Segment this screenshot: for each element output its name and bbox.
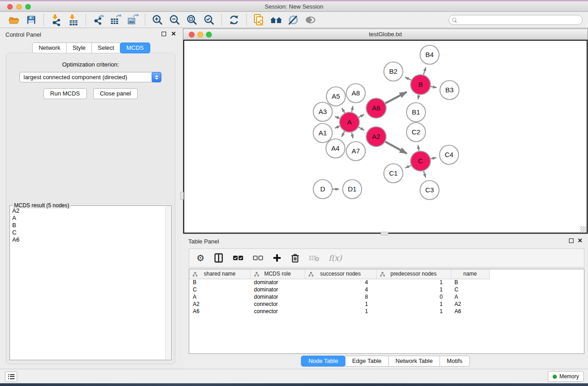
import-table-icon[interactable]: [65, 13, 82, 27]
column-header-predecessor-nodes[interactable]: predecessor nodes: [376, 269, 451, 279]
zoom-fit-icon[interactable]: [183, 13, 201, 27]
tab-network-table[interactable]: Network Table: [388, 356, 440, 367]
add-row-icon[interactable]: [272, 251, 282, 265]
edge-C-C3[interactable]: [424, 171, 425, 177]
zoom-selected-icon[interactable]: [201, 13, 218, 27]
table-cell[interactable]: A: [189, 293, 250, 300]
result-item[interactable]: A: [11, 214, 165, 222]
close-panel-icon[interactable]: ✕: [578, 238, 583, 244]
edge-C-C2[interactable]: [418, 145, 419, 151]
zoom-view-button[interactable]: [206, 32, 212, 38]
table-cell[interactable]: connector: [250, 308, 305, 315]
task-history-button[interactable]: [5, 372, 17, 382]
select-all-icon[interactable]: [233, 251, 244, 265]
table-cell[interactable]: dominator: [250, 293, 305, 300]
search-input[interactable]: [459, 16, 582, 24]
table-row[interactable]: Bdominator41B: [189, 279, 584, 286]
column-header-name[interactable]: name: [451, 269, 489, 279]
table-cell[interactable]: 8: [305, 293, 376, 300]
network-canvas[interactable]: AA1A2A3A4A5A6A7A8BB1B2B3B4CC1C2C3C4DD1: [184, 41, 587, 233]
table-row[interactable]: A2connector11A2: [189, 300, 584, 308]
minimize-window-button[interactable]: [16, 4, 22, 10]
export-table-icon[interactable]: [107, 13, 124, 27]
tab-motifs[interactable]: Motifs: [440, 356, 470, 367]
edge-A-A1[interactable]: [335, 126, 340, 128]
node-A6[interactable]: A6: [366, 98, 386, 118]
node-C1[interactable]: C1: [384, 164, 403, 183]
node-C3[interactable]: C3: [420, 181, 439, 200]
show-hide-icon[interactable]: [302, 13, 319, 27]
edge-A-A3[interactable]: [335, 117, 339, 119]
node-B2[interactable]: B2: [384, 62, 403, 81]
result-item[interactable]: A2: [11, 207, 165, 214]
node-A7[interactable]: A7: [346, 142, 365, 161]
apply-style-icon[interactable]: [285, 13, 302, 27]
mcds-result-list[interactable]: A2ABCA6: [11, 207, 165, 359]
close-view-button[interactable]: [189, 32, 195, 38]
splitter-grip-vertical[interactable]: [180, 192, 184, 200]
table-cell[interactable]: dominator: [250, 279, 305, 286]
tab-style[interactable]: Style: [66, 43, 92, 53]
import-network-icon[interactable]: [48, 13, 65, 27]
table-cell[interactable]: 4: [305, 279, 376, 286]
table-cell[interactable]: C: [451, 286, 489, 293]
edge-B-B3[interactable]: [431, 86, 437, 87]
show-column-icon[interactable]: [214, 251, 224, 265]
node-B4[interactable]: B4: [420, 45, 439, 64]
tab-network[interactable]: Network: [32, 43, 67, 53]
table-row[interactable]: Cdominator41C: [189, 286, 584, 293]
open-session-icon[interactable]: [5, 13, 23, 27]
node-A[interactable]: A: [339, 112, 359, 132]
edge-A-A2[interactable]: [359, 127, 364, 130]
run-mcds-button[interactable]: Run MCDS: [43, 88, 87, 99]
result-scrollbar[interactable]: [165, 206, 171, 359]
node-C4[interactable]: C4: [440, 145, 459, 164]
memory-button[interactable]: Memory: [548, 371, 584, 382]
save-session-icon[interactable]: [23, 13, 40, 27]
optimization-criterion-select[interactable]: largest connected component (directed): [19, 72, 162, 82]
export-network-icon[interactable]: [90, 13, 107, 27]
edge-A2-C[interactable]: [385, 142, 406, 153]
apply-layout-icon[interactable]: [225, 13, 243, 27]
table-cell[interactable]: B: [451, 279, 489, 286]
edge-B-B2[interactable]: [405, 77, 411, 80]
column-header-MCDS-role[interactable]: MCDS role: [250, 269, 305, 279]
close-panel-button[interactable]: Close panel: [93, 88, 138, 99]
close-panel-icon[interactable]: ✕: [171, 31, 176, 37]
node-B3[interactable]: B3: [440, 81, 459, 100]
tab-mcds[interactable]: MCDS: [120, 43, 150, 53]
zoom-out-icon[interactable]: [166, 13, 183, 27]
column-header-successor-nodes[interactable]: successor nodes: [305, 269, 376, 279]
table-cell[interactable]: 1: [376, 300, 451, 308]
table-row[interactable]: A6connector11A6: [189, 308, 584, 315]
splitter-grip-horizontal[interactable]: [381, 232, 388, 235]
node-A8[interactable]: A8: [346, 84, 365, 103]
function-builder-icon[interactable]: f(x): [329, 251, 342, 265]
first-neighbors-icon[interactable]: [268, 13, 285, 27]
table-cell[interactable]: 1: [376, 308, 451, 315]
result-item[interactable]: A6: [11, 236, 165, 243]
node-A2[interactable]: A2: [366, 127, 386, 147]
table-options-icon[interactable]: ⚙: [196, 251, 205, 265]
result-item[interactable]: C: [11, 229, 165, 236]
node-A5[interactable]: A5: [326, 87, 345, 106]
node-C[interactable]: C: [411, 151, 430, 171]
table-cell[interactable]: A6: [451, 308, 489, 315]
table-cell[interactable]: A2: [451, 300, 489, 308]
new-network-from-selection-icon[interactable]: [250, 13, 268, 27]
edge-B-B1[interactable]: [418, 95, 419, 100]
table-cell[interactable]: dominator: [250, 286, 305, 293]
tab-select[interactable]: Select: [91, 43, 120, 53]
delete-table-icon[interactable]: [309, 251, 320, 265]
zoom-in-icon[interactable]: [149, 13, 166, 27]
table-cell[interactable]: 1: [376, 279, 451, 286]
node-A1[interactable]: A1: [313, 124, 332, 143]
resize-grip-icon[interactable]: [580, 226, 586, 232]
edge-A-A5[interactable]: [342, 108, 345, 113]
zoom-window-button[interactable]: [25, 4, 31, 10]
node-D[interactable]: D: [313, 180, 332, 199]
table-cell[interactable]: 0: [376, 293, 451, 300]
table-cell[interactable]: 1: [305, 308, 376, 315]
table-cell[interactable]: A2: [189, 300, 250, 308]
node-A4[interactable]: A4: [326, 139, 345, 158]
